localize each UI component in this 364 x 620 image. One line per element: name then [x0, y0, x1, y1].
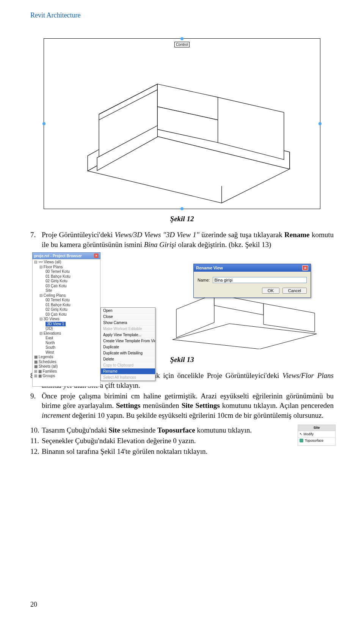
camera-name: Bina Girişi [144, 241, 176, 249]
views-path: Views/3D Views "3D View 1" [115, 231, 199, 239]
context-menu-delete[interactable]: Delete [101, 356, 155, 362]
text: değerini 10 yapın. Bu şekilde eşyükselti… [70, 411, 323, 419]
tree-item-selected[interactable]: 3D View 1 [46, 322, 66, 327]
site-keyword: Site [108, 426, 120, 434]
text: komutunu tıklayın. [195, 426, 252, 434]
inset-modify[interactable]: Modify [304, 432, 314, 436]
item-number: 12. [30, 447, 42, 456]
tree-item[interactable]: South [34, 345, 99, 350]
tree-groups[interactable]: Groups [43, 374, 55, 378]
tree-item[interactable]: East [34, 336, 99, 341]
text: 'a çift tıklayın. [99, 381, 140, 389]
tree-sheets[interactable]: Sheets (all) [39, 364, 58, 368]
list-item-11: 11. Seçenekler Çubuğu'ndaki Elevation de… [30, 436, 334, 446]
item-number: 11. [30, 436, 42, 446]
context-menu-close[interactable]: Close [101, 314, 155, 320]
text: Tasarım Çubuğu'ndaki [42, 426, 108, 434]
item-number: 7. [30, 230, 42, 249]
browser-title-text: proje.rvt - Project Browser [34, 254, 82, 258]
context-menu-create-template[interactable]: Create View Template From View... [101, 338, 155, 344]
text: Proje Görüntüleyici'deki [42, 231, 115, 239]
site-toolbar-inset: Site ↖ Modify Toposurface [298, 425, 336, 446]
tree-item[interactable]: West [34, 350, 99, 355]
tree-item[interactable]: 02 Giriş Kotu [34, 307, 99, 312]
tree-item[interactable]: 01 Bahçe Kotu [34, 303, 99, 308]
tree-families[interactable]: Families [43, 369, 57, 373]
tree-item[interactable]: 03 Çatı Kotu [34, 312, 99, 317]
tree-ceiling-plans[interactable]: Ceiling Plans [44, 293, 66, 297]
text: üzerinde sağ tuşa tıklayarak [199, 231, 284, 239]
toposurface-keyword: Toposurface [157, 426, 195, 434]
rename-view-dialog: Rename View × Name: OK Cancel [193, 264, 311, 298]
close-icon[interactable]: × [94, 253, 99, 258]
context-menu-workset: Make Workset Editable [101, 326, 155, 332]
close-icon[interactable]: × [302, 265, 308, 271]
rename-keyword: Rename [284, 231, 309, 239]
item-number: 10. [30, 425, 42, 435]
context-menu-copy: Copy to Clipboard [101, 362, 155, 368]
text: menüsünden [140, 401, 181, 409]
tree-item[interactable]: {3D} [34, 326, 99, 331]
figure-12-caption: Şekil 12 [30, 215, 334, 223]
text: komutunu tıklayın. Açılan pencereden [220, 401, 334, 409]
list-item-9: 9. Önce proje çalışma birimini cm haline… [30, 391, 334, 420]
figure-12-frame: Control [44, 38, 320, 209]
toposurface-icon [300, 439, 303, 442]
text: Seçenekler Çubuğu'ndaki Elevation değeri… [42, 436, 334, 446]
site-settings-keyword: Site Settings [182, 401, 220, 409]
context-menu-duplicate-detail[interactable]: Duplicate with Detailing [101, 350, 155, 356]
page-header: Revit Architecture [30, 11, 334, 19]
context-menu-apply-template[interactable]: Apply View Template... [101, 332, 155, 338]
project-browser-panel: proje.rvt - Project Browser × ⊟ 👓 Views … [32, 252, 100, 387]
tree-item[interactable]: Site [34, 288, 99, 293]
item-number: 9. [30, 391, 42, 420]
context-menu-open[interactable]: Open [101, 308, 155, 314]
svg-marker-15 [264, 304, 315, 332]
context-menu-show-camera[interactable]: Show Camera [101, 320, 155, 326]
name-label: Name: [198, 278, 210, 282]
dialog-title: Rename View [196, 266, 223, 270]
tree-elevations[interactable]: Elevations [44, 331, 61, 335]
inset-toposurface[interactable]: Toposurface [305, 438, 323, 443]
tree-views[interactable]: Views (all) [44, 260, 61, 264]
project-browser-titlebar[interactable]: proje.rvt - Project Browser × [32, 252, 100, 259]
tree-3d-views[interactable]: 3D Views [44, 317, 60, 321]
inset-header: Site [298, 425, 335, 431]
figure-13-area: proje.rvt - Project Browser × ⊟ 👓 Views … [32, 252, 332, 351]
text: Binanın sol tarafına Şekil 14'te görülen… [42, 447, 334, 456]
ok-button[interactable]: OK [262, 288, 279, 294]
tree-legends[interactable]: Legends [39, 355, 53, 359]
context-menu: Open Close Show Camera Make Workset Edit… [100, 307, 155, 381]
list-item-12: 12. Binanın sol tarafına Şekil 14'te gör… [30, 447, 334, 456]
tree-floor-plans[interactable]: Floor Plans [44, 265, 63, 269]
increment-keyword: increment [42, 411, 70, 419]
text: sekmesinde [120, 426, 157, 434]
context-menu-select-all: Select All Instances [101, 375, 155, 381]
context-menu-rename[interactable]: Rename [101, 368, 155, 375]
settings-keyword: Settings [116, 401, 140, 409]
tree-item[interactable]: 00 Temel Kotu [34, 298, 99, 303]
tree-item[interactable]: 02 Giriş Kotu [34, 279, 99, 284]
cancel-button[interactable]: Cancel [282, 288, 307, 294]
background-3d-silhouette [165, 290, 324, 349]
tree-item[interactable]: 00 Temel Kotu [34, 269, 99, 274]
building-3d-model [44, 39, 320, 209]
tree-item[interactable]: 01 Bahçe Kotu [34, 274, 99, 279]
views-path: Views/Flor Plans [282, 371, 334, 379]
list-item-7: 7. Proje Görüntüleyici'deki Views/3D Vie… [30, 230, 334, 249]
tree-item[interactable]: 03 Çatı Kotu [34, 284, 99, 289]
context-menu-duplicate[interactable]: Duplicate [101, 344, 155, 350]
name-input[interactable] [213, 277, 307, 283]
tree-item[interactable]: North [34, 341, 99, 346]
tree-schedules[interactable]: Schedules [39, 360, 56, 364]
list-item-10: 10. Tasarım Çubuğu'ndaki Site sekmesinde… [30, 425, 334, 435]
text: olarak değiştirin. (bkz. Şekil 13) [176, 241, 271, 249]
rename-dialog-titlebar[interactable]: Rename View × [194, 264, 311, 272]
page-number: 20 [30, 601, 37, 609]
project-browser-tree[interactable]: ⊟ 👓 Views (all) ⊟ Floor Plans 00 Temel K… [32, 259, 100, 387]
